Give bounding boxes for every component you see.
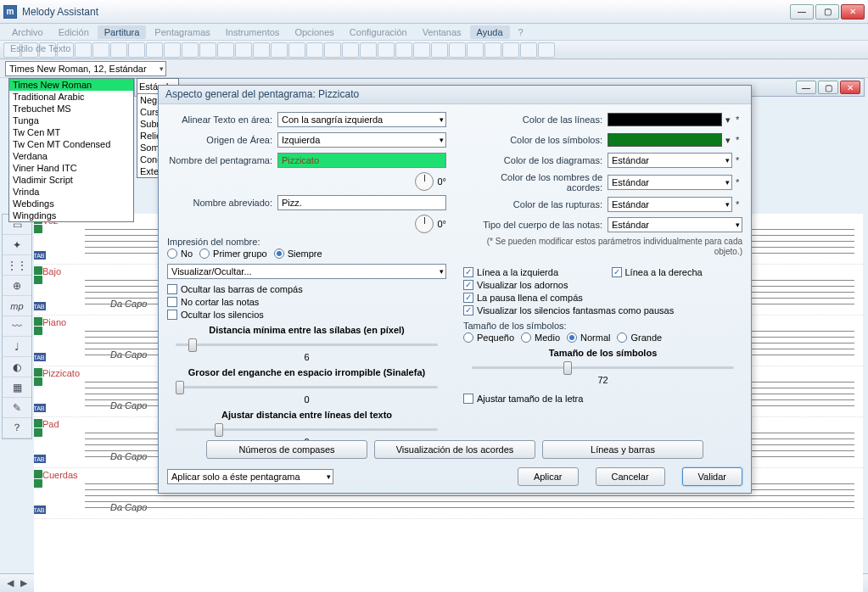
doc-close[interactable]: ✕ (840, 81, 860, 94)
tool-button[interactable] (164, 42, 181, 58)
chk-ajustar-letra[interactable]: Ajustar tamaño de la letra (463, 394, 742, 404)
angle-dial[interactable] (415, 172, 434, 191)
font-list-dropdown[interactable]: Times New Roman Traditional Arabic Trebu… (8, 78, 134, 222)
menu-edicion[interactable]: Edición (52, 25, 96, 39)
tool-button[interactable] (467, 42, 484, 58)
tool-button[interactable] (271, 42, 288, 58)
chk-no-cortar[interactable]: No cortar las notas (167, 297, 446, 307)
play-icon[interactable] (34, 419, 42, 427)
line-color-picker[interactable] (608, 113, 722, 126)
symbol-color-picker[interactable] (608, 133, 722, 147)
tool-button[interactable] (342, 42, 359, 58)
radio-primer-grupo[interactable]: Primer grupo (199, 249, 267, 259)
speaker-icon[interactable] (34, 327, 42, 335)
tool-button[interactable] (288, 42, 305, 58)
radio-medio[interactable]: Medio (521, 332, 560, 343)
play-icon[interactable] (34, 470, 42, 478)
list-item[interactable]: Times New Roman (9, 79, 133, 91)
palette-button[interactable]: ✦ (3, 235, 31, 255)
tool-button[interactable] (75, 42, 92, 58)
radio-no[interactable]: No (167, 249, 193, 259)
chk-adornos[interactable]: Visualizar los adornos (463, 280, 595, 290)
radio-siempre[interactable]: Siempre (274, 249, 322, 259)
close-button[interactable]: ✕ (841, 4, 865, 20)
speaker-icon[interactable] (34, 428, 42, 437)
radio-pequeno[interactable]: Pequeño (463, 332, 514, 343)
menu-help-q[interactable]: ? (512, 25, 530, 39)
chk-ocultar-barras[interactable]: Ocultar las barras de compás (167, 284, 446, 294)
tool-button[interactable] (324, 42, 341, 58)
cancel-button[interactable]: Cancelar (596, 467, 665, 486)
speaker-icon[interactable] (34, 225, 42, 233)
apply-scope-combo[interactable]: Aplicar solo a éste pentagrama (167, 469, 333, 484)
palette-button[interactable]: ♩ (3, 337, 31, 357)
tool-button[interactable] (413, 42, 430, 58)
minimize-button[interactable]: — (790, 4, 814, 20)
palette-button[interactable]: ✎ (3, 398, 31, 418)
list-item[interactable]: Trebuchet MS (9, 103, 133, 114)
tool-button[interactable] (235, 42, 252, 58)
menu-pentagramas[interactable]: Pentagramas (148, 25, 216, 39)
tool-button[interactable] (92, 42, 109, 58)
doc-maximize[interactable]: ▢ (818, 81, 838, 94)
menu-partitura[interactable]: Partitura (98, 25, 147, 39)
validate-button[interactable]: Validar (682, 467, 742, 486)
symbol-size-slider[interactable] (472, 360, 734, 375)
menu-configuracion[interactable]: Configuración (343, 25, 414, 39)
measure-numbers-button[interactable]: Números de compases (206, 440, 367, 459)
speaker-icon[interactable] (34, 276, 42, 284)
angle-dial[interactable] (415, 215, 434, 233)
list-item[interactable]: Wingdings (9, 209, 133, 221)
nav-prev-icon[interactable]: ◀ (7, 578, 14, 589)
origin-combo[interactable]: Izquierda (277, 132, 446, 148)
diagram-color-combo[interactable]: Estándar (608, 153, 732, 168)
tool-button[interactable] (128, 42, 145, 58)
play-icon[interactable] (34, 368, 42, 377)
tool-button[interactable] (395, 42, 412, 58)
chk-fantasmas[interactable]: Visualizar los silencios fantasmas como … (463, 305, 742, 316)
chk-ocultar-silencios[interactable]: Ocultar los silencios (167, 310, 446, 320)
menu-ayuda[interactable]: Ayuda (470, 25, 510, 39)
chk-pausa[interactable]: La pausa llena el compás (463, 293, 595, 303)
list-item[interactable]: Traditional Arabic (9, 91, 133, 103)
palette-button[interactable]: ？ (3, 418, 31, 438)
tool-button[interactable] (182, 42, 199, 58)
abbrev-name-input[interactable] (277, 195, 446, 210)
nav-next-icon[interactable]: ▶ (20, 578, 27, 589)
tool-button[interactable] (146, 42, 163, 58)
tool-button[interactable] (253, 42, 270, 58)
maximize-button[interactable]: ▢ (815, 4, 839, 20)
menu-instrumentos[interactable]: Instrumentos (219, 25, 287, 39)
menu-archivo[interactable]: Archivo (5, 25, 50, 39)
font-combo[interactable]: Times New Roman, 12, Estándar (5, 61, 166, 76)
tool-button[interactable] (520, 42, 537, 58)
palette-button[interactable]: ⋮⋮ (3, 255, 31, 276)
apply-button[interactable]: Aplicar (518, 467, 579, 486)
chord-name-color-combo[interactable]: Estándar (608, 175, 732, 190)
tool-button[interactable] (431, 42, 448, 58)
menu-ventanas[interactable]: Ventanas (416, 25, 468, 39)
tool-button[interactable] (449, 42, 466, 58)
radio-grande[interactable]: Grande (617, 332, 662, 343)
palette-button[interactable]: ⊕ (3, 276, 31, 296)
lines-bars-button[interactable]: Líneas y barras (542, 440, 703, 459)
tool-button[interactable] (199, 42, 216, 58)
speaker-icon[interactable] (34, 479, 42, 488)
note-body-combo[interactable]: Estándar (608, 217, 742, 232)
menu-opciones[interactable]: Opciones (288, 25, 340, 39)
line-distance-slider[interactable] (176, 422, 438, 437)
palette-button[interactable]: 〰 (3, 316, 31, 337)
tool-button[interactable] (360, 42, 377, 58)
tool-button[interactable] (110, 42, 127, 58)
chord-display-button[interactable]: Visualización de los acordes (374, 440, 535, 459)
staff-name-input[interactable] (277, 153, 446, 168)
palette-button[interactable]: ▦ (3, 377, 31, 398)
align-combo[interactable]: Con la sangría izquierda (277, 112, 446, 127)
list-item[interactable]: Webdings (9, 198, 133, 209)
list-item[interactable]: Vrinda (9, 186, 133, 198)
list-item[interactable]: Verdana (9, 150, 133, 162)
speaker-icon[interactable] (34, 377, 42, 386)
show-hide-combo[interactable]: Visualizar/Ocultar... (167, 264, 446, 279)
play-icon[interactable] (34, 266, 42, 275)
list-item[interactable]: Tw Cen MT (9, 126, 133, 138)
